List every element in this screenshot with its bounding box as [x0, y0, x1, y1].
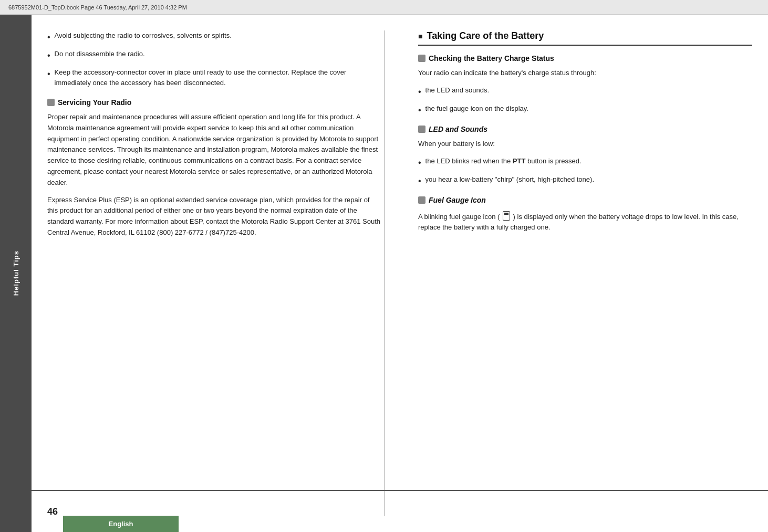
servicing-paragraph-2: Express Service Plus (ESP) is an optiona… [47, 195, 381, 238]
led-intro: When your battery is low: [418, 139, 752, 150]
left-column: • Avoid subjecting the radio to corrosiv… [47, 30, 392, 485]
checking-bullet-2: • [418, 104, 421, 117]
checking-heading: Checking the Battery Charge Status [418, 54, 752, 62]
english-label: English [109, 520, 133, 528]
fuel-heading: Fuel Gauge Icon [418, 196, 752, 204]
servicing-heading: Servicing Your Radio [47, 98, 381, 107]
bullet-dot-2: • [47, 49, 50, 62]
bullet-item-1: • Avoid subjecting the radio to corrosiv… [47, 30, 381, 44]
bullet-text-2: Do not disassemble the radio. [55, 49, 381, 59]
columns: • Avoid subjecting the radio to corrosiv… [32, 15, 768, 490]
bullet-item-3: • Keep the accessory-connector cover in … [47, 67, 381, 88]
bullet-item-2: • Do not disassemble the radio. [47, 49, 381, 62]
main-content: Helpful Tips • Avoid subjecting the radi… [0, 15, 768, 532]
bullet-dot-1: • [47, 31, 50, 44]
servicing-paragraph-1: Proper repair and maintenance procedures… [47, 112, 381, 189]
main-heading-text: Taking Care of the Battery [427, 30, 544, 41]
checking-item-1: • the LED and sounds. [418, 85, 752, 98]
led-bullet-2: • [418, 175, 421, 187]
led-text-2: you hear a low-battery "chirp" (short, h… [425, 174, 752, 185]
servicing-heading-text: Servicing Your Radio [58, 98, 131, 107]
file-info: 6875952M01-D_TopD.book Page 46 Tuesday, … [8, 4, 187, 11]
side-tab: Helpful Tips [0, 15, 32, 532]
bullet-dot-3: • [47, 68, 50, 80]
led-heading-text: LED and Sounds [429, 125, 487, 133]
page-container: 6875952M01-D_TopD.book Page 46 Tuesday, … [0, 0, 768, 532]
checking-heading-text: Checking the Battery Charge Status [429, 54, 554, 62]
column-divider [384, 30, 385, 516]
page-number: 46 [47, 506, 58, 517]
side-tab-label: Helpful Tips [12, 251, 20, 296]
checking-bullet-1: • [418, 86, 421, 98]
checking-intro: Your radio can indicate the battery's ch… [418, 68, 752, 79]
led-bullet-1: • [418, 157, 421, 169]
ptt-bold: PTT [513, 157, 526, 165]
checking-text-1: the LED and sounds. [425, 85, 752, 96]
bullet-text-3: Keep the accessory-connector cover in pl… [55, 67, 381, 88]
bottom-area: 46 English [32, 490, 768, 532]
columns-wrapper: • Avoid subjecting the radio to corrosiv… [32, 15, 768, 532]
main-heading: Taking Care of the Battery [418, 30, 752, 46]
english-tab: English [63, 516, 179, 532]
right-column: Taking Care of the Battery Checking the … [408, 30, 752, 485]
fuel-heading-text: Fuel Gauge Icon [429, 196, 486, 204]
led-heading: LED and Sounds [418, 125, 752, 133]
fuel-gauge-icon [503, 211, 510, 221]
checking-item-2: • the fuel gauge icon on the display. [418, 103, 752, 117]
led-text-1: the LED blinks red when the PTT button i… [425, 156, 752, 166]
led-item-2: • you hear a low-battery "chirp" (short,… [418, 174, 752, 187]
checking-text-2: the fuel gauge icon on the display. [425, 103, 752, 114]
fuel-paragraph: A blinking fuel gauge icon ( ) is displa… [418, 210, 752, 234]
led-item-1: • the LED blinks red when the PTT button… [418, 156, 752, 169]
bullet-text-1: Avoid subjecting the radio to corrosives… [55, 30, 381, 41]
top-bar: 6875952M01-D_TopD.book Page 46 Tuesday, … [0, 0, 768, 15]
